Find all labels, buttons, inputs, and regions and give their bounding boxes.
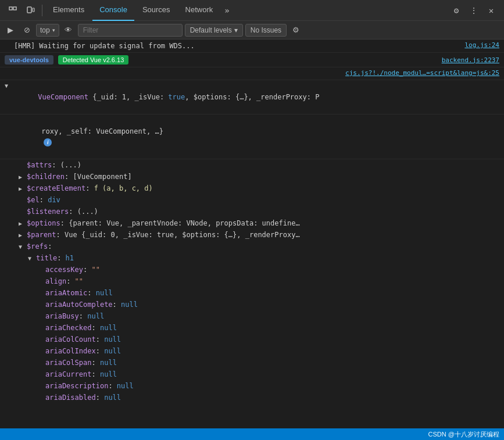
tab-elements[interactable]: Elements <box>46 0 91 21</box>
vue-component-root[interactable]: VueComponent {_uid: 1, _isVue: true, $op… <box>0 80 504 115</box>
tree-item-title[interactable]: title: h1 <box>0 252 504 264</box>
tree-item-ariachecked: ariaChecked: null <box>0 322 504 334</box>
val-el: div <box>48 195 60 205</box>
prop-name-ariacolspan: ariaColSpan <box>45 357 91 368</box>
val-children: [VueComponent] <box>73 171 132 182</box>
prop-name-accesskey: accessKey <box>45 264 83 275</box>
toolbar-divider-1 <box>42 5 42 16</box>
context-caret-icon: ▾ <box>52 27 55 33</box>
tree-item-ariacolindex: ariaColIndex: null <box>0 345 504 357</box>
expand-refs-icon[interactable] <box>19 242 26 251</box>
csdn-watermark-text: CSDN @十八岁讨厌编程 <box>428 430 499 439</box>
device-toolbar-icon[interactable] <box>22 2 38 19</box>
expand-createelement-icon[interactable] <box>19 184 26 193</box>
tab-console[interactable]: Console <box>92 0 134 21</box>
no-issues-button[interactable]: No Issues <box>245 24 287 37</box>
val-parent: Vue {_uid: 0, _isVue: true, $options: {…… <box>65 230 300 240</box>
expand-parent-icon[interactable] <box>19 231 26 239</box>
devtools-tabbar: Elements Console Sources Network » ⚙ ⋮ ✕ <box>0 0 504 21</box>
val-ariacolcount: null <box>104 334 121 345</box>
more-options-icon[interactable]: ⋮ <box>466 2 482 19</box>
svg-rect-0 <box>9 7 12 10</box>
filter-input[interactable] <box>78 24 183 37</box>
clear-console-icon[interactable]: ⊘ <box>20 23 34 37</box>
val-ariacolspan: null <box>100 357 117 368</box>
expand-vue-component-icon[interactable] <box>5 81 12 90</box>
tab-sources[interactable]: Sources <box>135 0 177 21</box>
prop-name-options: $options <box>27 218 60 228</box>
execute-icon[interactable]: ▶ <box>3 23 17 37</box>
prop-name-ariacurrent: ariaCurrent <box>45 369 91 380</box>
hmr-source-link[interactable]: log.js:24 <box>453 41 499 51</box>
console-output[interactable]: [HMR] Waiting for update signal from WDS… <box>0 40 504 428</box>
val-options: {parent: Vue, _parentVnode: VNode, props… <box>69 218 299 228</box>
tree-item-el: $el: div <box>0 194 504 206</box>
console-settings-icon[interactable]: ⚙ <box>289 23 303 37</box>
val-ariadisabled: null <box>104 392 121 403</box>
levels-label: Default levels <box>190 26 232 34</box>
prop-name-parent: $parent <box>27 230 56 240</box>
tree-item-ariabusy: ariaBusy: null <box>0 310 504 322</box>
val-ariacurrent: null <box>100 369 117 380</box>
val-ariabusy: null <box>87 311 104 321</box>
tree-item-parent[interactable]: $parent: Vue {_uid: 0, _isVue: true, $op… <box>0 229 504 241</box>
vue-devtools-line: vue-devtools Detected Vue v2.6.13 backen… <box>0 53 504 67</box>
prop-name-refs: $refs <box>27 241 48 252</box>
prop-name-ariadescription: ariaDescription <box>45 381 108 391</box>
svg-rect-2 <box>27 7 31 13</box>
prop-name-ariaatomic: ariaAtomic <box>45 288 87 298</box>
settings-gear-icon[interactable]: ⚙ <box>448 2 464 19</box>
hmr-message-text: [HMR] Waiting for update signal from WDS… <box>14 41 453 51</box>
tree-item-ariaatomic: ariaAtomic: null <box>0 287 504 299</box>
expand-options-icon[interactable] <box>19 219 26 228</box>
levels-caret-icon: ▾ <box>234 26 238 34</box>
close-devtools-icon[interactable]: ✕ <box>483 2 499 19</box>
context-selector[interactable]: top ▾ <box>36 24 59 37</box>
backend-source-link[interactable]: backend.js:2237 <box>442 56 499 64</box>
tree-item-createelement[interactable]: $createElement: f (a, b, c, d) <box>0 183 504 194</box>
tree-item-ariacurrent: ariaCurrent: null <box>0 369 504 380</box>
vue-component-text: VueComponent {_uid: 1, _isVue: true, $op… <box>13 81 499 113</box>
prop-name-ariacolcount: ariaColCount <box>45 334 96 345</box>
val-createelement: f (a, b, c, d) <box>94 183 153 194</box>
svg-rect-3 <box>33 8 34 12</box>
prop-name-createelement: $createElement <box>27 183 85 194</box>
expand-title-icon[interactable] <box>28 254 35 263</box>
tree-item-ariaautocomplete: ariaAutoComplete: null <box>0 299 504 310</box>
val-ariacolindex: null <box>104 346 121 356</box>
prop-name-listeners: $listeners <box>27 206 69 217</box>
val-ariachecked: null <box>100 323 117 333</box>
prop-name-ariachecked: ariaChecked <box>45 323 91 333</box>
prop-name-ariadisabled: ariaDisabled <box>45 392 96 403</box>
val-ariaautocomplete: null <box>121 299 138 310</box>
tree-item-refs[interactable]: $refs: <box>0 241 504 252</box>
tree-item-ariadescription: ariaDescription: null <box>0 380 504 392</box>
prop-name-ariabusy: ariaBusy <box>45 311 79 321</box>
val-ariadescription: null <box>117 381 134 391</box>
prop-name-children: $children <box>27 171 65 182</box>
vue-component-info-icon[interactable]: i <box>44 138 52 146</box>
svg-rect-1 <box>13 7 16 10</box>
tree-item-listeners: $listeners: (...) <box>0 206 504 217</box>
prop-name-title: title <box>36 253 57 263</box>
val-align: "" <box>75 276 83 287</box>
tree-item-ariadisabled: ariaDisabled: null <box>0 392 504 403</box>
val-accesskey: "" <box>92 264 100 275</box>
more-tabs-icon[interactable]: » <box>221 3 233 17</box>
tree-item-align: align: "" <box>0 276 504 287</box>
tree-item-ariacolcount: ariaColCount: null <box>0 334 504 345</box>
val-title-el: h1 <box>66 253 74 263</box>
eye-icon[interactable]: 👁 <box>62 23 76 37</box>
levels-dropdown[interactable]: Default levels ▾ <box>185 24 243 37</box>
expand-children-icon[interactable] <box>19 173 26 181</box>
prop-name-ariaautocomplete: ariaAutoComplete <box>45 299 113 310</box>
context-label: top <box>40 26 50 34</box>
tab-network[interactable]: Network <box>178 0 220 21</box>
tree-item-children[interactable]: $children: [VueComponent] <box>0 171 504 183</box>
inspect-element-icon[interactable] <box>5 2 21 19</box>
prop-name-el: $el <box>27 195 40 205</box>
tree-item-options[interactable]: $options: {parent: Vue, _parentVnode: VN… <box>0 217 504 229</box>
console-toolbar: ▶ ⊘ top ▾ 👁 Default levels ▾ No Issues ⚙ <box>0 21 504 40</box>
tree-item-ariacolspan: ariaColSpan: null <box>0 357 504 369</box>
cjs-source-link[interactable]: cjs.js?!./node_modul…=script&lang=js&:25 <box>334 69 499 78</box>
